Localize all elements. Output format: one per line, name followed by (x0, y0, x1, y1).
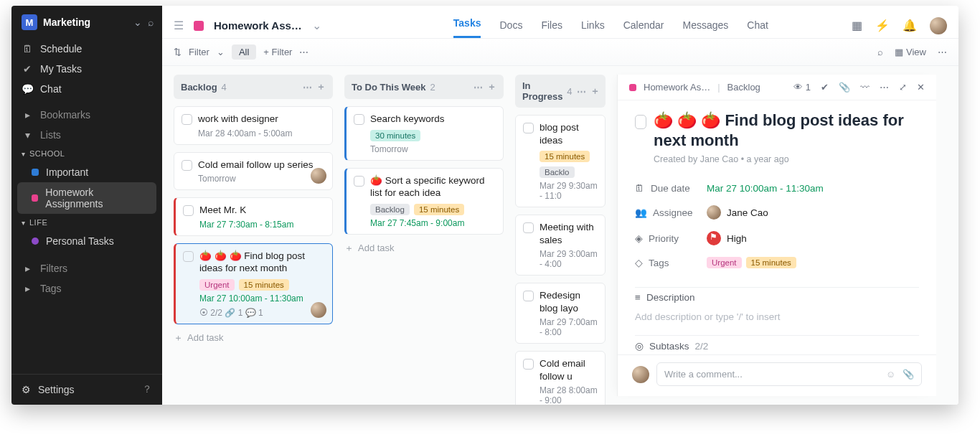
more-icon[interactable]: ⋯ (577, 86, 586, 97)
task-title[interactable]: 🍅 🍅 🍅 Find blog post ideas for next mont… (654, 110, 919, 150)
description-input[interactable]: Add description or type '/' to insert (635, 311, 919, 322)
task-card[interactable]: Meeting with salesMar 29 3:00am - 4:00 (515, 215, 606, 276)
tab-docs[interactable]: Docs (499, 19, 522, 38)
bell-icon[interactable]: 🔔 (903, 19, 917, 32)
breadcrumb-column[interactable]: Backlog (727, 82, 760, 93)
card-status: ⦿ 2/2 🔗 1 💬 1 (199, 308, 325, 318)
plus-icon[interactable]: ＋ (487, 80, 496, 93)
nav-bookmarks[interactable]: ▸Bookmarks (11, 105, 162, 125)
column-header[interactable]: To Do This Week2⋯＋ (344, 75, 504, 99)
chat-icon: 💬 (22, 83, 33, 95)
field-tags[interactable]: ◇Tags Urgent15 minutes (635, 251, 919, 274)
chevron-down-icon: ▾ (22, 150, 25, 158)
list-item-homework[interactable]: Homework Assignments (17, 182, 156, 214)
section-school[interactable]: ▾SCHOOL (11, 145, 162, 162)
avatar[interactable] (930, 17, 947, 34)
more-icon[interactable]: ⋯ (473, 82, 483, 93)
nav-my-tasks[interactable]: ✔My Tasks (11, 59, 162, 79)
nav-chat[interactable]: 💬Chat (11, 79, 162, 99)
topbar: ☰ Homework Ass… ⌄ TasksDocsFilesLinksCal… (162, 6, 958, 39)
filter-chip-all[interactable]: All (232, 44, 256, 60)
check-circle-icon: ✔ (22, 63, 33, 75)
task-card[interactable]: Redesign blog layoMar 29 7:00am - 8:00 (515, 283, 606, 344)
tab-calendar[interactable]: Calendar (623, 19, 664, 38)
task-complete-checkbox[interactable] (635, 115, 646, 129)
task-card[interactable]: 🍅 🍅 🍅 Find blog post ideas for next mont… (174, 243, 333, 324)
view-switcher[interactable]: ▦ View (895, 47, 926, 57)
close-icon[interactable]: ✕ (917, 82, 925, 93)
nav-tags[interactable]: ▸Tags (11, 278, 162, 298)
tabs: TasksDocsFilesLinksCalendarMessagesChat (453, 13, 768, 38)
avatar (311, 302, 326, 318)
more-icon[interactable]: ⋯ (299, 47, 308, 57)
search-icon[interactable]: ⌕ (877, 47, 883, 57)
field-due-date[interactable]: 🗓Due date Mar 27 10:00am - 11:30am (635, 177, 919, 199)
list-item-personal[interactable]: Personal Tasks (11, 231, 162, 251)
column-count: 4 (567, 86, 572, 97)
add-task[interactable]: ＋Add task (344, 242, 504, 255)
tag: 15 minutes (540, 151, 590, 162)
nav-settings[interactable]: ⚙ Settings ？ (11, 375, 162, 405)
checkbox[interactable] (354, 176, 364, 187)
tab-chat[interactable]: Chat (747, 19, 768, 38)
flag-icon (707, 231, 721, 245)
checkbox[interactable] (523, 222, 534, 233)
task-card[interactable]: blog post ideas15 minutesBackloMar 29 9:… (515, 115, 606, 207)
emoji-icon[interactable]: ☺ (886, 369, 895, 380)
column-header[interactable]: In Progress4⋯＋ (515, 75, 606, 108)
checkbox[interactable] (523, 291, 534, 301)
tag[interactable]: 15 minutes (746, 257, 796, 268)
watchers-icon[interactable]: 👁 1 (793, 82, 811, 93)
comment-input[interactable]: Write a comment... ☺📎 (656, 362, 922, 386)
breadcrumb-list[interactable]: Homework As… (644, 82, 710, 93)
tab-messages[interactable]: Messages (682, 19, 728, 38)
nav-lists[interactable]: ▾Lists (11, 125, 162, 145)
menu-icon[interactable]: ☰ (174, 19, 184, 32)
field-assignee[interactable]: 👥Assignee Jane Cao (635, 199, 919, 225)
activity-icon[interactable]: 〰 (860, 82, 870, 93)
task-card[interactable]: Cold email follow uMar 28 8:00am - 9:00 (515, 351, 606, 405)
page-title[interactable]: Homework Ass… (214, 19, 302, 32)
add-filter[interactable]: + Filter (263, 47, 292, 57)
add-task[interactable]: ＋Add task (174, 332, 333, 344)
more-icon[interactable]: ⋯ (938, 47, 947, 57)
apps-icon[interactable]: ▦ (852, 19, 862, 32)
workspace-switcher[interactable]: M Marketing ⌄ ⌕ (11, 6, 162, 39)
column-header[interactable]: Backlog4⋯＋ (174, 75, 333, 99)
tab-links[interactable]: Links (581, 19, 605, 38)
more-icon[interactable]: ⋯ (303, 82, 312, 93)
task-card[interactable]: Search keywords30 minutesTomorrow (344, 106, 504, 161)
section-life[interactable]: ▾LIFE (11, 214, 162, 231)
task-card[interactable]: Meet Mr. KMar 27 7:30am - 8:15am (174, 197, 333, 236)
plus-icon[interactable]: ＋ (316, 80, 326, 93)
filter-label[interactable]: Filter (189, 47, 209, 57)
complete-icon[interactable]: ✔ (821, 82, 829, 93)
checkbox[interactable] (183, 205, 194, 216)
list-item-important[interactable]: Important (11, 162, 162, 182)
task-card[interactable]: 🍅 Sort a specific keyword list for each … (344, 168, 504, 235)
attachment-icon[interactable]: 📎 (903, 369, 914, 380)
nav-schedule[interactable]: 🗓Schedule (11, 39, 162, 59)
task-card[interactable]: Cold email follow up seriesTomorrow (174, 152, 333, 191)
help-icon[interactable]: ？ (142, 383, 152, 396)
checkbox[interactable] (182, 160, 192, 171)
expand-icon[interactable]: ⤢ (899, 82, 907, 93)
attachment-icon[interactable]: 📎 (839, 82, 850, 93)
more-icon[interactable]: ⋯ (880, 82, 889, 93)
search-icon[interactable]: ⌕ (148, 17, 154, 28)
checkbox[interactable] (523, 359, 534, 370)
checkbox[interactable] (354, 114, 364, 125)
chevron-down-icon[interactable]: ⌄ (217, 47, 225, 57)
checkbox[interactable] (523, 123, 534, 133)
bolt-icon[interactable]: ⚡ (875, 19, 890, 32)
checkbox[interactable] (182, 114, 192, 125)
plus-icon[interactable]: ＋ (590, 85, 600, 98)
tab-tasks[interactable]: Tasks (453, 17, 481, 38)
field-priority[interactable]: ◈Priority High (635, 225, 919, 251)
checkbox[interactable] (183, 251, 194, 262)
nav-filters[interactable]: ▸Filters (11, 258, 162, 278)
task-card[interactable]: work with designerMar 28 4:00am - 5:00am (174, 106, 333, 145)
tab-files[interactable]: Files (541, 19, 562, 38)
tag[interactable]: Urgent (707, 257, 742, 268)
chevron-down-icon[interactable]: ⌄ (312, 19, 321, 32)
